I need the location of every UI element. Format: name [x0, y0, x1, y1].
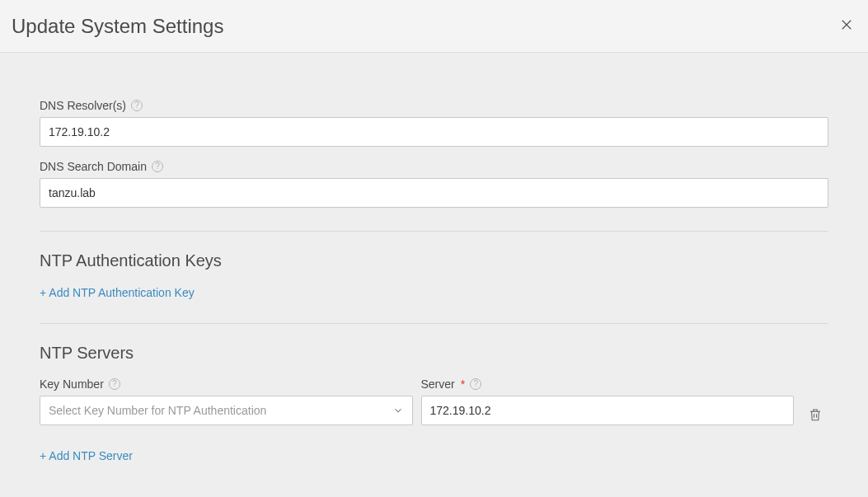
ntp-servers-title: NTP Servers	[40, 344, 828, 363]
dns-search-label-text: DNS Search Domain	[40, 160, 147, 173]
key-number-select[interactable]: Select Key Number for NTP Authentication	[40, 396, 413, 425]
server-label: Server* ?	[421, 377, 795, 391]
help-icon[interactable]: ?	[470, 378, 481, 390]
help-icon[interactable]: ?	[152, 161, 163, 172]
dns-resolver-label: DNS Resolver(s) ?	[40, 99, 828, 112]
dns-search-label: DNS Search Domain ?	[40, 160, 828, 173]
key-number-column: Key Number ? Select Key Number for NTP A…	[40, 377, 413, 425]
section-divider	[40, 231, 828, 232]
add-ntp-server-link[interactable]: + Add NTP Server	[40, 449, 133, 462]
required-asterisk: *	[461, 377, 465, 391]
trash-icon[interactable]	[808, 407, 823, 422]
close-button[interactable]	[837, 16, 856, 36]
dns-resolver-field: DNS Resolver(s) ?	[40, 99, 828, 147]
key-number-placeholder: Select Key Number for NTP Authentication	[49, 404, 392, 417]
delete-column	[802, 407, 828, 425]
section-divider	[40, 323, 828, 324]
chevron-down-icon	[392, 405, 404, 416]
help-icon[interactable]: ?	[109, 378, 120, 390]
key-number-label-text: Key Number	[40, 377, 104, 391]
add-ntp-key-link[interactable]: + Add NTP Authentication Key	[40, 286, 195, 299]
server-column: Server* ?	[421, 377, 795, 425]
dns-resolver-label-text: DNS Resolver(s)	[40, 99, 126, 112]
dns-resolver-input[interactable]	[40, 117, 828, 147]
modal-content: DNS Resolver(s) ? DNS Search Domain ? NT…	[0, 53, 868, 480]
key-number-label: Key Number ?	[40, 377, 413, 391]
page-title: Update System Settings	[12, 15, 223, 38]
ntp-server-input[interactable]	[421, 396, 795, 425]
ntp-keys-title: NTP Authentication Keys	[40, 251, 828, 270]
dns-search-input[interactable]	[40, 178, 828, 208]
dns-search-field: DNS Search Domain ?	[40, 160, 828, 208]
close-icon	[839, 17, 854, 35]
server-label-text: Server	[421, 377, 455, 391]
modal-header: Update System Settings	[0, 0, 868, 53]
help-icon[interactable]: ?	[131, 100, 143, 111]
ntp-server-row: Key Number ? Select Key Number for NTP A…	[40, 377, 828, 425]
